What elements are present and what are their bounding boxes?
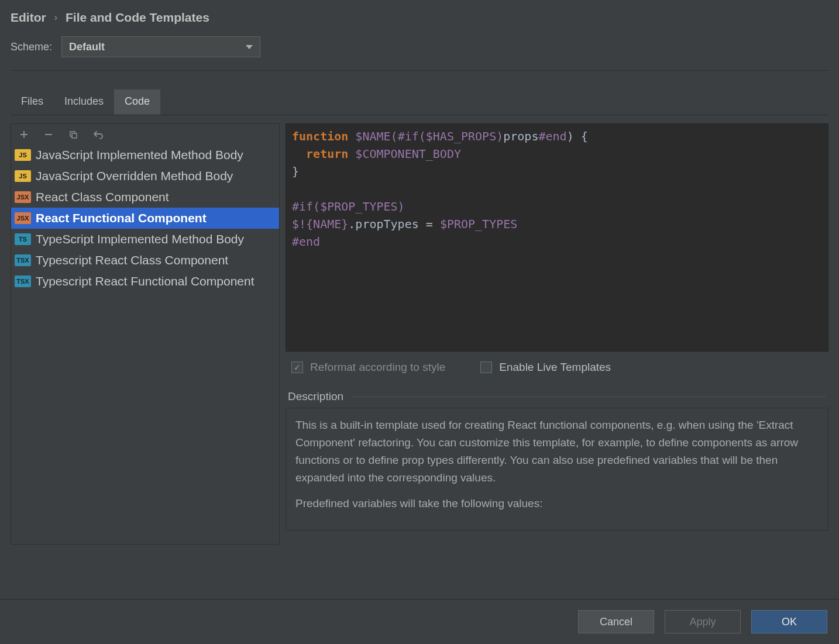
template-panel: JSJavaScript Implemented Method BodyJSJa… (11, 123, 280, 545)
copy-icon[interactable] (68, 130, 80, 139)
undo-icon[interactable] (93, 130, 105, 139)
code-token: ) { (567, 129, 588, 143)
scheme-label: Scheme: (11, 41, 52, 53)
svg-rect-0 (45, 134, 52, 135)
code-token: props (503, 129, 538, 143)
breadcrumb-page: File and Code Templates (66, 11, 209, 25)
tab-includes[interactable]: Includes (54, 89, 114, 115)
filetype-badge: TSX (15, 254, 31, 266)
code-token: function (292, 129, 348, 143)
code-token: $NAME( (348, 129, 397, 143)
list-item[interactable]: JSJavaScript Overridden Method Body (11, 166, 279, 187)
live-templates-checkbox[interactable]: Enable Live Templates (480, 361, 611, 374)
filetype-badge: JS (15, 170, 31, 182)
breadcrumb-root[interactable]: Editor (11, 11, 46, 25)
list-item[interactable]: JSJavaScript Implemented Method Body (11, 144, 279, 166)
button-bar: Cancel Apply OK (0, 599, 839, 644)
scheme-value: Default (69, 41, 105, 53)
list-item-label: Typescript React Class Component (36, 253, 228, 267)
list-item-label: React Class Component (36, 190, 169, 204)
code-token: } (292, 164, 299, 178)
description-box: This is a built-in template used for cre… (286, 408, 828, 531)
svg-rect-2 (72, 133, 77, 138)
checkbox-icon: ✓ (291, 361, 303, 373)
checkbox-icon (480, 361, 492, 373)
list-item[interactable]: JSXReact Class Component (11, 187, 279, 208)
ok-button[interactable]: OK (751, 610, 827, 633)
apply-button[interactable]: Apply (665, 610, 741, 633)
list-item[interactable]: TSTypeScript Implemented Method Body (11, 229, 279, 250)
description-title: Description (288, 390, 343, 403)
cancel-button[interactable]: Cancel (578, 610, 654, 633)
code-token: #if($HAS_PROPS) (398, 129, 504, 143)
tab-files[interactable]: Files (11, 89, 54, 115)
code-token: #end (292, 235, 320, 249)
code-editor[interactable]: function $NAME(#if($HAS_PROPS)props#end)… (286, 123, 828, 352)
code-token: return (292, 147, 348, 161)
description-header: Description (286, 377, 828, 408)
code-token: .propTypes = (348, 217, 440, 231)
reformat-label: Reformat according to style (310, 361, 445, 374)
filetype-badge: JSX (15, 212, 31, 224)
divider (11, 70, 828, 71)
list-item-label: Typescript React Functional Component (36, 274, 255, 288)
list-item[interactable]: TSXTypescript React Functional Component (11, 271, 279, 292)
filetype-badge: JSX (15, 191, 31, 203)
code-token: $COMPONENT_BODY (348, 147, 461, 161)
list-item-label: TypeScript Implemented Method Body (36, 232, 244, 246)
scheme-select[interactable]: Default (61, 36, 260, 57)
add-icon[interactable] (19, 130, 31, 139)
list-item-label: JavaScript Implemented Method Body (36, 148, 243, 162)
code-token: #end (538, 129, 566, 143)
code-token: $PROP_TYPES (440, 217, 517, 231)
divider (352, 397, 826, 397)
breadcrumb: Editor › File and Code Templates (0, 0, 839, 34)
chevron-right-icon: › (54, 12, 57, 23)
filetype-badge: TSX (15, 275, 31, 287)
description-p1: This is a built-in template used for cre… (295, 416, 819, 487)
remove-icon[interactable] (44, 130, 56, 139)
list-item-label: JavaScript Overridden Method Body (36, 169, 233, 183)
code-token: #if($PROP_TYPES) (292, 199, 405, 213)
live-templates-label: Enable Live Templates (499, 361, 611, 374)
tabs: Files Includes Code (11, 89, 828, 115)
description-p2: Predefined variables will take the follo… (295, 495, 819, 512)
list-item[interactable]: JSXReact Functional Component (11, 208, 279, 229)
reformat-checkbox: ✓ Reformat according to style (291, 361, 445, 374)
template-toolbar (11, 124, 279, 144)
tab-code[interactable]: Code (114, 89, 160, 115)
chevron-down-icon (246, 45, 253, 49)
filetype-badge: TS (15, 233, 31, 245)
template-list[interactable]: JSJavaScript Implemented Method BodyJSJa… (11, 144, 279, 544)
list-item[interactable]: TSXTypescript React Class Component (11, 250, 279, 271)
filetype-badge: JS (15, 149, 31, 161)
list-item-label: React Functional Component (36, 211, 207, 225)
code-token: $!{NAME} (292, 217, 348, 231)
